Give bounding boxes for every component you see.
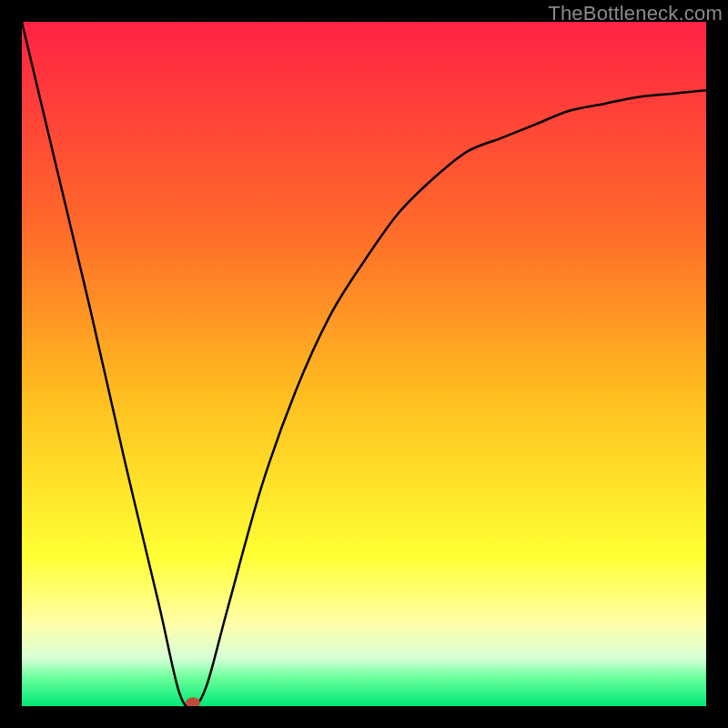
gradient-background: [22, 22, 706, 706]
watermark-text: TheBottleneck.com: [548, 2, 723, 25]
chart-frame: [22, 22, 706, 706]
chart-svg: [22, 22, 706, 706]
